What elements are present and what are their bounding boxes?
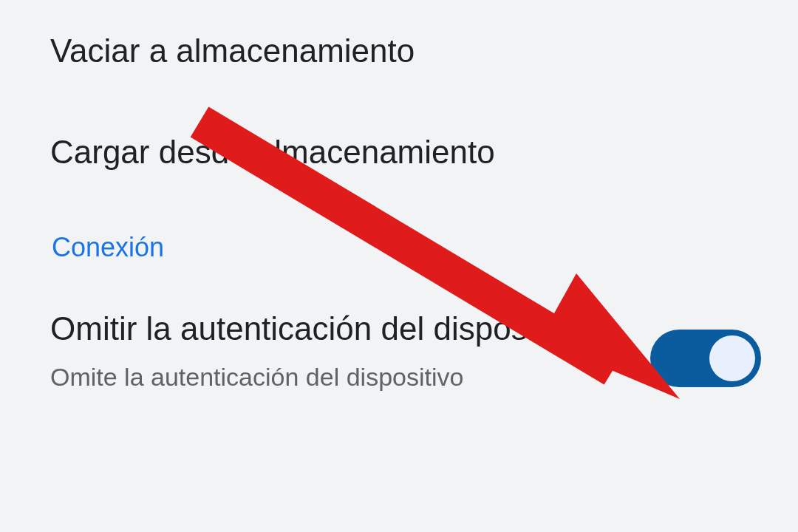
setting-load-storage[interactable]: Cargar desde almacenamiento xyxy=(0,101,798,202)
toggle-title: Omitir la autenticación del dispositivo xyxy=(50,307,621,349)
setting-title: Vaciar a almacenamiento xyxy=(50,30,748,72)
skip-auth-toggle[interactable] xyxy=(650,330,761,387)
toggle-text: Omitir la autenticación del dispositivo … xyxy=(50,307,650,392)
setting-clear-storage[interactable]: Vaciar a almacenamiento xyxy=(0,0,798,101)
setting-skip-auth[interactable]: Omitir la autenticación del dispositivo … xyxy=(0,278,798,392)
toggle-subtitle: Omite la autenticación del dispositivo xyxy=(50,361,621,393)
section-title: Conexión xyxy=(52,232,746,263)
setting-title: Cargar desde almacenamiento xyxy=(50,131,748,173)
toggle-thumb-icon xyxy=(709,335,755,381)
section-connection: Conexión xyxy=(0,202,798,278)
